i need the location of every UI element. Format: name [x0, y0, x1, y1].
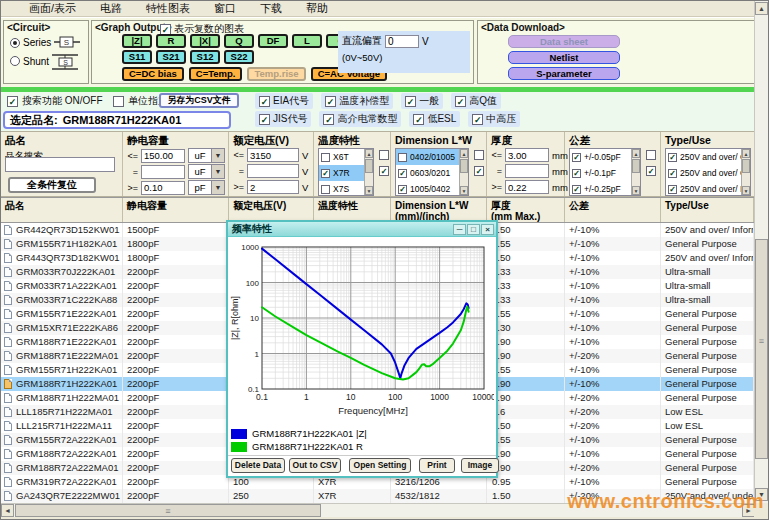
listbox-scroll-thumb[interactable] [632, 159, 640, 173]
list-option[interactable]: X7S [319, 181, 364, 196]
checkbox[interactable]: ✓ [413, 114, 424, 125]
listbox-scroll-down-icon[interactable]: ▼ [365, 186, 373, 195]
checkbox[interactable] [321, 153, 330, 162]
filter-value-input[interactable] [505, 180, 549, 194]
column-header[interactable]: 温度特性 [314, 198, 391, 222]
list-option[interactable]: 0402/01005 [396, 149, 459, 165]
dc-bias-input[interactable] [385, 35, 419, 48]
menu-item-特性图表[interactable]: 特性图表 [146, 1, 190, 16]
checkbox[interactable]: ✓ [572, 185, 581, 194]
menu-item-电路[interactable]: 电路 [100, 1, 122, 16]
checkbox[interactable]: ✓ [321, 169, 330, 178]
sparam-button-S21[interactable]: S21 [156, 50, 186, 64]
column-header[interactable]: Dimension L*W (mm)/(inch) [391, 198, 487, 222]
reset-all-conditions-button[interactable]: 全条件复位 [8, 177, 96, 193]
checkbox[interactable]: ✓ [405, 96, 416, 107]
param-button-|Z|[interactable]: |Z| [122, 34, 152, 48]
listbox-scroll-thumb[interactable] [365, 159, 373, 173]
param-button-R[interactable]: R [156, 34, 186, 48]
popup-button-image[interactable]: Image [461, 458, 499, 473]
listbox-scroll-up-icon[interactable]: ▲ [742, 149, 750, 158]
checkbox[interactable] [398, 153, 407, 162]
download-button[interactable]: Netlist [508, 51, 620, 64]
listbox-scroll-up-icon[interactable]: ▲ [365, 149, 373, 158]
param-button-DF[interactable]: DF [258, 34, 288, 48]
checkbox[interactable]: ✓ [259, 96, 270, 107]
listbox-scroll-down-icon[interactable]: ▼ [742, 186, 750, 195]
shunt-radio[interactable] [10, 56, 20, 66]
unit-select[interactable]: uF▼ [188, 164, 225, 179]
param-button-Q[interactable]: Q [224, 34, 254, 48]
checkbox[interactable]: ✓ [668, 185, 677, 194]
shunt-radio-row[interactable]: Shunt S [4, 49, 88, 70]
listbox-scrollbar[interactable]: ▲▼ [631, 149, 640, 195]
popup-button-delete-data[interactable]: Delete Data [231, 458, 285, 473]
list-option[interactable]: ✓250V and over/ General [666, 165, 741, 181]
filter-value-input[interactable] [141, 149, 185, 163]
listbox-scroll-down-icon[interactable]: ▼ [460, 186, 468, 195]
list-option[interactable]: ✓+/-0.05pF [570, 149, 631, 165]
checkbox[interactable]: ✓ [668, 169, 677, 178]
column-header[interactable]: Type/Use [661, 198, 754, 222]
filter-value-input[interactable] [247, 164, 299, 178]
unit-select[interactable]: pF▼ [188, 180, 225, 195]
filter-chip[interactable]: ✓高Q值 [451, 93, 501, 109]
vertical-scrollbar-thumb[interactable] [755, 239, 768, 459]
select-all-button[interactable]: ✓ [379, 166, 389, 176]
listbox-scroll-thumb[interactable] [460, 159, 468, 173]
series-radio-row[interactable]: Series S [4, 33, 88, 49]
list-option[interactable]: ✓0603/0201 [396, 165, 459, 181]
list-option[interactable]: ✓+/-0.1pF [570, 165, 631, 181]
horizontal-scrollbar-thumb[interactable] [15, 504, 321, 517]
listbox-scroll-up-icon[interactable]: ▲ [460, 149, 468, 158]
filter-chip[interactable]: ✓中高压 [468, 111, 520, 127]
scroll-left-icon[interactable]: ◄ [1, 504, 14, 517]
list-option[interactable]: ✓250V and over/ Informat [666, 181, 741, 196]
sparam-button-S11[interactable]: S11 [122, 50, 152, 64]
close-icon[interactable]: × [481, 224, 494, 235]
checkbox[interactable]: ✓ [572, 169, 581, 178]
filter-chip[interactable]: ✓高介电常数型 [319, 111, 401, 127]
save-csv-button[interactable]: 另存为CSV文件 [159, 93, 239, 108]
popup-button-print[interactable]: Print [419, 458, 455, 473]
maximize-icon[interactable]: □ [467, 224, 480, 235]
sparam-button-S12[interactable]: S12 [190, 50, 220, 64]
menu-item-下载[interactable]: 下载 [260, 1, 282, 16]
list-option[interactable]: ✓250V and over/ Camera [666, 149, 741, 165]
filter-chip[interactable]: ✓一般 [401, 93, 443, 109]
param-button-L[interactable]: L [292, 34, 322, 48]
condition-button[interactable]: C=Temp. [189, 67, 243, 81]
deselect-all-button[interactable] [646, 150, 656, 160]
listbox-scroll-down-icon[interactable]: ▼ [632, 186, 640, 195]
checkbox[interactable] [321, 185, 330, 194]
search-toggle[interactable]: ✓ 搜索功能 ON/OFF [7, 94, 103, 108]
condition-button[interactable]: C=DC bias [122, 67, 184, 81]
checkbox[interactable]: ✓ [323, 114, 334, 125]
menu-item-窗口[interactable]: 窗口 [214, 1, 236, 16]
popup-title-bar[interactable]: 频率特性 ─ □ × [228, 222, 496, 237]
filter-chip[interactable]: ✓JIS代号 [255, 111, 311, 127]
filter-value-input[interactable] [247, 148, 299, 162]
deselect-all-button[interactable] [379, 150, 389, 160]
listbox-scroll-thumb[interactable] [742, 159, 750, 173]
column-header[interactable]: 品名 [1, 198, 123, 222]
checkbox[interactable]: ✓ [398, 185, 407, 194]
listbox-scrollbar[interactable]: ▲▼ [459, 149, 468, 195]
select-all-button[interactable]: ✓ [474, 166, 484, 176]
filter-value-input[interactable] [505, 164, 549, 178]
show-graphs-checkbox[interactable]: ✓ [160, 24, 171, 35]
sparam-button-S22[interactable]: S22 [224, 50, 254, 64]
deselect-all-button[interactable] [474, 150, 484, 160]
filter-value-input[interactable] [141, 181, 185, 195]
unit-select[interactable]: uF▼ [188, 148, 225, 163]
filter-chip[interactable]: ✓温度补偿型 [321, 93, 393, 109]
param-button-|X|[interactable]: |X| [190, 34, 220, 48]
checkbox[interactable]: ✓ [455, 96, 466, 107]
series-radio[interactable] [10, 38, 20, 48]
part-name-search-input[interactable] [5, 157, 115, 172]
checkbox[interactable]: ✓ [472, 114, 483, 125]
column-header[interactable]: 静电容量 [123, 198, 229, 222]
checkbox[interactable]: ✓ [668, 153, 677, 162]
search-toggle-checkbox[interactable]: ✓ [7, 96, 18, 107]
filter-value-input[interactable] [505, 148, 549, 162]
